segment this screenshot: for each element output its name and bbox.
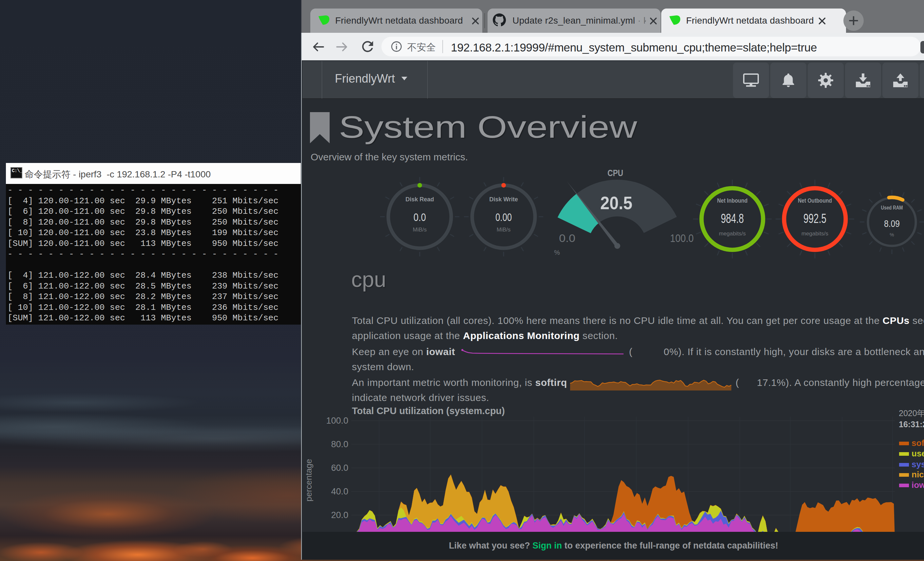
svg-text:CPU: CPU	[608, 168, 623, 178]
svg-text:984.8: 984.8	[721, 211, 744, 226]
svg-text:0.00: 0.00	[495, 211, 512, 223]
svg-text:megabits/s: megabits/s	[801, 230, 828, 237]
svg-text:Used RAM: Used RAM	[881, 205, 903, 211]
svg-text:megabits/s: megabits/s	[719, 230, 746, 237]
svg-text:Net Outbound: Net Outbound	[798, 197, 832, 204]
svg-text:%: %	[890, 232, 894, 238]
svg-text:0.0: 0.0	[414, 211, 426, 223]
svg-text:Disk Write: Disk Write	[489, 196, 518, 203]
svg-text:8.09: 8.09	[884, 218, 900, 229]
svg-text:MiB/s: MiB/s	[497, 227, 511, 233]
svg-text:0.0: 0.0	[559, 232, 575, 244]
svg-text:Disk Read: Disk Read	[405, 196, 434, 203]
svg-text:Net Inbound: Net Inbound	[717, 197, 748, 204]
svg-text:MiB/s: MiB/s	[413, 227, 427, 233]
svg-text:100.0: 100.0	[670, 232, 694, 244]
svg-text:%: %	[554, 249, 560, 256]
svg-text:20.5: 20.5	[600, 193, 632, 213]
svg-text:992.5: 992.5	[803, 211, 826, 226]
